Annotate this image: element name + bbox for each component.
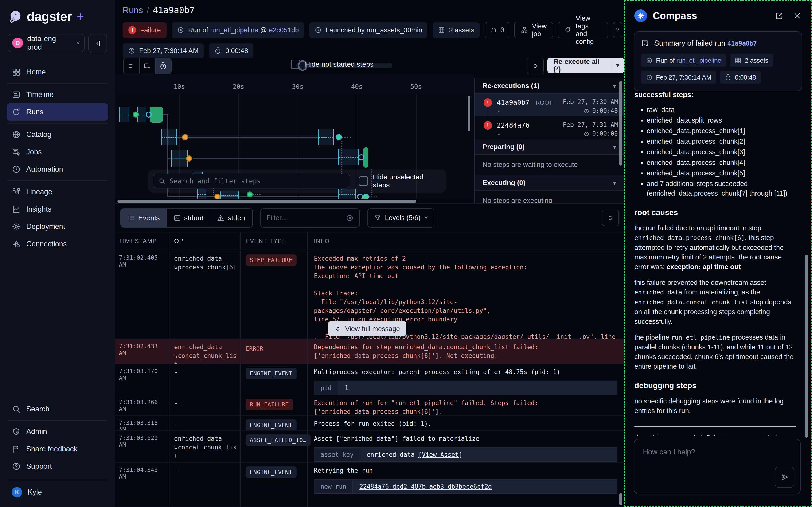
summary-doc-icon bbox=[641, 39, 649, 47]
sidebar-item-admin[interactable]: Admin bbox=[7, 423, 108, 440]
flat-view-button[interactable] bbox=[123, 58, 140, 74]
deployment-switcher[interactable]: D data-eng-prod ˅ bbox=[7, 34, 85, 52]
tab-stdout[interactable]: stdout bbox=[167, 209, 211, 227]
metadata-link[interactable]: [View Asset] bbox=[418, 451, 463, 458]
event-info-text: Multiprocess executor: parent process ex… bbox=[314, 368, 619, 377]
timed-view-button[interactable] bbox=[156, 58, 171, 74]
time-tick-label: 20s bbox=[233, 83, 245, 90]
sidebar-item-home[interactable]: Home bbox=[7, 63, 108, 81]
run-failure-icon: ! bbox=[484, 121, 492, 130]
sidebar-item-runs[interactable]: Runs bbox=[7, 103, 108, 121]
alerts-button[interactable]: 0 bbox=[485, 22, 509, 38]
unfold-icon bbox=[334, 325, 341, 332]
sidebar-item-timeline[interactable]: Timeline bbox=[7, 86, 108, 103]
run-id[interactable]: 41a9a0b7 bbox=[497, 98, 530, 106]
sidebar-item-support[interactable]: Support bbox=[7, 458, 108, 475]
log-filter-input[interactable]: Filter... bbox=[260, 208, 360, 228]
timer-icon bbox=[583, 108, 590, 114]
compass-panel: Compass Summary of failed run 41a9a0b7 R… bbox=[624, 0, 812, 507]
run-duration: 0:00:48 bbox=[583, 107, 618, 114]
successful-steps-list: raw_dataenriched_data.split_rowsenriched… bbox=[634, 105, 796, 198]
waterfall-view-button[interactable] bbox=[140, 58, 156, 74]
view-job-button[interactable]: View job bbox=[514, 22, 553, 38]
open-external-icon[interactable] bbox=[775, 11, 784, 20]
logo[interactable]: dagster + bbox=[0, 0, 115, 31]
event-timestamp: 7:31:04.343 AM bbox=[115, 463, 169, 507]
steps-group-header[interactable]: Preparing (0)▾ bbox=[475, 139, 624, 155]
gantt-horizontal-scrollbar[interactable] bbox=[117, 200, 416, 203]
reexecution-run-row[interactable]: !22484a76*Feb 27, 7:31 AM0:00:09 bbox=[475, 116, 624, 139]
jobs-icon bbox=[12, 148, 21, 156]
more-actions-button[interactable]: ˅ bbox=[613, 22, 622, 38]
close-icon[interactable] bbox=[793, 11, 802, 20]
sidebar-item-connections[interactable]: Connections bbox=[7, 235, 108, 253]
sidebar-item-automation[interactable]: Automation bbox=[7, 161, 108, 178]
event-type-badge: STEP_FAILURE bbox=[246, 254, 296, 266]
compass-chat-input[interactable]: How can I help? bbox=[634, 439, 801, 494]
sidebar-item-label: Admin bbox=[26, 428, 47, 436]
events-scrollbar[interactable] bbox=[619, 493, 622, 505]
clock-icon bbox=[128, 47, 136, 54]
events-table-body: 7:31:02.405 AMenriched_data ↳process_chu… bbox=[115, 250, 624, 507]
summary-footer-paragraph: does this summary help? the issue appear… bbox=[634, 433, 796, 436]
chevron-down-icon: ˅ bbox=[76, 40, 80, 47]
summary-card-title: Summary of failed run 41a9a0b7 bbox=[641, 39, 795, 47]
step-item: enriched_data.process_chunk[4] bbox=[647, 158, 796, 167]
view-tags-config-button[interactable]: View tags and config bbox=[558, 22, 608, 38]
reexecute-all-button[interactable]: Re-execute all (*) ▼ bbox=[547, 58, 624, 73]
reexecute-caret-icon[interactable]: ▼ bbox=[611, 62, 624, 69]
expand-panel-button[interactable] bbox=[527, 58, 544, 74]
gantt-vertical-scrollbar[interactable] bbox=[468, 96, 470, 131]
sidebar-item-deployment[interactable]: Deployment bbox=[7, 218, 108, 235]
sidebar-item-search[interactable]: Search bbox=[7, 400, 108, 418]
step-search-input[interactable]: Search and filter steps bbox=[153, 174, 350, 188]
sidebar-item-lineage[interactable]: Lineage bbox=[7, 183, 108, 201]
step-marker-orange bbox=[214, 194, 220, 199]
tab-stderr[interactable]: stderr bbox=[210, 209, 252, 227]
summary-paragraph: no specific debugging steps were found i… bbox=[634, 396, 796, 416]
step-bar-pending[interactable] bbox=[161, 129, 177, 145]
event-timestamp: 7:31:03.318 AM bbox=[115, 416, 169, 430]
reexecutions-scrollbar[interactable] bbox=[619, 81, 622, 166]
step-bar-pending[interactable] bbox=[318, 129, 334, 145]
sidebar-collapse-button[interactable] bbox=[88, 34, 107, 53]
event-info-text: Execution of run for "run_etl_pipeline" … bbox=[314, 399, 619, 416]
sidebar-item-catalog[interactable]: Catalog bbox=[7, 126, 108, 143]
event-op: enriched_data ↳concat_chunk_list bbox=[169, 339, 240, 363]
hide-not-started-checkbox[interactable]: Hide not started steps bbox=[291, 60, 374, 69]
run-id[interactable]: 22484a76 bbox=[497, 121, 530, 129]
reexecutions-header[interactable]: Re-executions (1)▾ bbox=[475, 78, 624, 94]
step-bar-pending[interactable] bbox=[119, 107, 129, 122]
sidebar-item-label: Connections bbox=[26, 240, 67, 248]
deployment-icon bbox=[12, 222, 21, 231]
insights-icon bbox=[12, 205, 21, 214]
sidebar-item-share-feedback[interactable]: Share feedback bbox=[7, 440, 108, 458]
unfold-icon bbox=[607, 214, 614, 222]
events-toolbar: Eventsstdoutstderr Filter... Levels (5/6… bbox=[115, 203, 624, 232]
summary-paragraph: this failure prevented the downstream as… bbox=[634, 278, 796, 326]
job-graph-icon bbox=[521, 26, 528, 34]
levels-dropdown[interactable]: Levels (5/6) ˅ bbox=[368, 208, 434, 228]
summary-pill: Feb 27, 7:30:14 AM bbox=[641, 71, 716, 84]
sidebar-item-jobs[interactable]: Jobs bbox=[7, 143, 108, 161]
steps-group-header[interactable]: Executing (0)▾ bbox=[475, 175, 624, 191]
view-full-message-button[interactable]: View full message bbox=[328, 321, 407, 336]
step-item: enriched_data.process_chunk[3] bbox=[647, 147, 796, 157]
step-bar-pending[interactable] bbox=[171, 150, 188, 167]
expand-logs-button[interactable] bbox=[602, 210, 619, 226]
compass-scrollbar[interactable] bbox=[805, 255, 808, 438]
send-button[interactable] bbox=[775, 467, 794, 488]
hide-unselected-checkbox[interactable]: Hide unselected steps bbox=[359, 173, 442, 189]
sidebar-item-insights[interactable]: Insights bbox=[7, 201, 108, 218]
breadcrumb-runs-link[interactable]: Runs bbox=[123, 5, 143, 15]
unfold-icon bbox=[532, 62, 539, 70]
clear-filter-icon[interactable] bbox=[346, 214, 354, 222]
user-menu[interactable]: K Kyle bbox=[7, 484, 108, 501]
dagster-app: dagster + D data-eng-prod ˅ HomeTimeline… bbox=[0, 0, 812, 507]
reexecution-run-row[interactable]: !41a9a0b7ROOT*Feb 27, 7:30 AM0:00:48 bbox=[475, 94, 624, 116]
tab-events[interactable]: Events bbox=[121, 209, 167, 227]
step-bar-pending[interactable] bbox=[338, 149, 359, 165]
assets-icon bbox=[735, 57, 742, 64]
logo-text: dagster bbox=[27, 9, 72, 24]
metadata-link[interactable]: 22484a76-dcd2-487b-aeb3-db3bece6cf2d bbox=[360, 483, 492, 490]
